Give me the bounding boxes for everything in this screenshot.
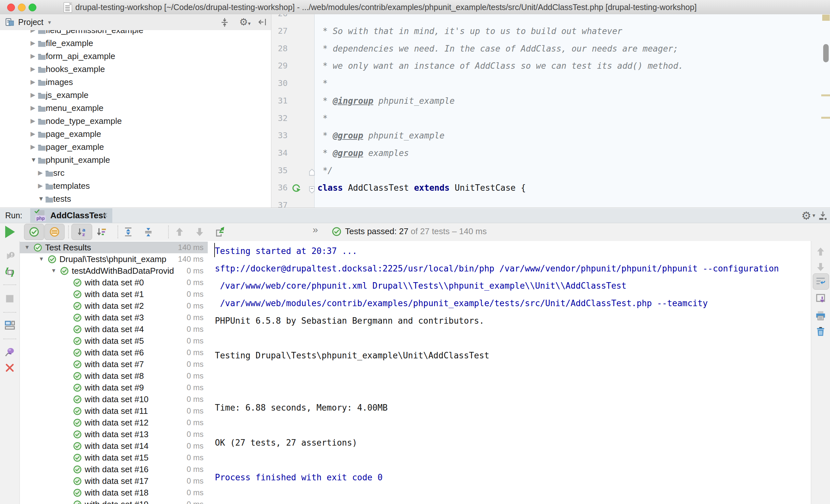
editor-scrollbar[interactable] <box>823 44 829 62</box>
scroll-down-icon[interactable] <box>815 261 826 272</box>
project-tree-item[interactable]: ▶form_api_example <box>0 49 271 63</box>
collapse-all-icon[interactable] <box>143 226 154 237</box>
project-panel-caret-icon[interactable]: ▾ <box>48 19 51 26</box>
show-ignored-toggle[interactable] <box>44 224 65 240</box>
warning-stripe-mark[interactable] <box>821 94 830 96</box>
expanded-arrow-icon[interactable]: ▼ <box>51 265 57 277</box>
test-tree-row[interactable]: with data set #30 ms <box>20 312 208 323</box>
project-tree-item[interactable]: ▶pager_example <box>0 140 271 154</box>
editor-line[interactable]: 34 * @group examples <box>272 144 830 162</box>
test-tree-row[interactable]: with data set #80 ms <box>20 370 208 382</box>
editor-line[interactable]: 33 * @group phpunit_example <box>272 127 830 144</box>
warning-stripe-mark[interactable] <box>821 117 830 119</box>
expand-all-icon[interactable] <box>123 226 134 237</box>
collapsed-arrow-icon[interactable]: ▶ <box>38 166 43 179</box>
scroll-to-end-icon[interactable] <box>815 293 826 304</box>
rerun-failed-tests-icon[interactable] <box>4 251 15 262</box>
project-panel-title[interactable]: Project <box>18 18 43 27</box>
project-tree-item[interactable]: ▶menu_example <box>0 102 271 114</box>
project-tree-item[interactable]: ▶field_permission_example <box>0 30 271 37</box>
test-tree-row[interactable]: with data set #00 ms <box>20 277 208 288</box>
fold-marker-icon[interactable] <box>308 183 316 192</box>
dock-panel-icon[interactable] <box>817 210 828 221</box>
project-tree-item[interactable]: ▼tests <box>0 192 271 205</box>
test-tree-row[interactable]: with data set #10 ms <box>20 288 208 300</box>
collapsed-arrow-icon[interactable]: ▶ <box>31 30 35 37</box>
collapsed-arrow-icon[interactable]: ▶ <box>31 75 35 89</box>
test-tree-row[interactable]: with data set #160 ms <box>20 464 208 475</box>
editor-line[interactable]: 26 <box>272 14 830 22</box>
project-tree-item[interactable]: ▼phpunit_example <box>0 154 271 166</box>
test-tree-row[interactable]: with data set #70 ms <box>20 358 208 370</box>
collapsed-arrow-icon[interactable]: ▶ <box>31 37 35 49</box>
test-tree-row[interactable]: with data set #90 ms <box>20 382 208 394</box>
collapsed-arrow-icon[interactable]: ▶ <box>31 128 35 140</box>
test-tree-row[interactable]: with data set #170 ms <box>20 475 208 487</box>
stop-icon[interactable] <box>4 293 15 304</box>
run-tab-addclasstest[interactable]: php AddClassTest × <box>30 208 112 223</box>
expanded-arrow-icon[interactable]: ▼ <box>39 253 44 265</box>
code-editor[interactable]: 2627 * So with that in mind, it's up to … <box>272 14 830 208</box>
collapse-all-icon[interactable] <box>219 17 230 28</box>
collapsed-arrow-icon[interactable]: ▶ <box>38 179 43 192</box>
editor-line[interactable]: 37 <box>272 197 830 208</box>
project-tree-item[interactable]: ▶file_example <box>0 37 271 49</box>
console-layout-icon[interactable] <box>4 320 15 331</box>
import-test-results-icon[interactable] <box>214 226 225 237</box>
next-failed-test-icon[interactable] <box>194 226 205 237</box>
collapsed-arrow-icon[interactable]: ▶ <box>31 140 35 154</box>
rerun-icon[interactable] <box>4 267 15 278</box>
run-console[interactable]: Testing started at 20:37 ...sftp://docke… <box>208 241 811 504</box>
project-tree-item[interactable]: ▶page_example <box>0 128 271 140</box>
soft-wrap-toggle[interactable] <box>813 273 829 290</box>
zoom-window-button[interactable] <box>29 4 36 11</box>
show-passed-toggle[interactable] <box>24 224 44 240</box>
test-tree-row[interactable]: with data set #100 ms <box>20 394 208 405</box>
project-tree-item[interactable]: ▶src <box>0 166 271 179</box>
project-tree-item[interactable]: ▶js_example <box>0 89 271 102</box>
test-tree-row[interactable]: with data set #120 ms <box>20 417 208 429</box>
minimize-window-button[interactable] <box>18 4 26 11</box>
expanded-arrow-icon[interactable]: ▼ <box>31 154 37 166</box>
pin-tab-icon[interactable] <box>4 346 15 358</box>
expanded-arrow-icon[interactable]: ▼ <box>38 192 44 205</box>
rerun-tests-button[interactable] <box>5 226 15 238</box>
close-panel-icon[interactable] <box>4 362 15 373</box>
editor-line[interactable]: 27 * So with that in mind, it's up to us… <box>272 22 830 40</box>
editor-line[interactable]: 28 * dependencies we need. In the case o… <box>272 40 830 58</box>
run-settings-gear-icon[interactable]: ⚙ <box>799 209 813 223</box>
project-tree-item[interactable]: ▶hooks_example <box>0 63 271 75</box>
test-tree-row[interactable]: with data set #140 ms <box>20 440 208 452</box>
editor-line[interactable]: 29 * we only want an instance of AddClas… <box>272 57 830 75</box>
collapsed-arrow-icon[interactable]: ▶ <box>31 63 35 75</box>
close-tab-icon[interactable]: × <box>102 209 108 221</box>
editor-line[interactable]: 36class AddClassTest extends UnitTestCas… <box>272 179 830 197</box>
project-tree-item[interactable]: ▶node_type_example <box>0 114 271 128</box>
clear-console-trash-icon[interactable] <box>815 326 826 337</box>
test-tree-row[interactable]: with data set #130 ms <box>20 429 208 440</box>
more-actions-chevrons[interactable]: » <box>313 224 318 235</box>
run-test-gutter-icon[interactable] <box>291 183 301 193</box>
sort-alphabetically-toggle[interactable]: az <box>71 224 92 240</box>
test-tree-row[interactable]: with data set #180 ms <box>20 487 208 499</box>
scroll-up-icon[interactable] <box>815 246 826 257</box>
test-tree-row[interactable]: ▼Drupal\Tests\phpunit_examp140 ms <box>20 253 208 265</box>
editor-line[interactable]: 31 * @ingroup phpunit_example <box>272 92 830 110</box>
inspection-status-box[interactable] <box>822 14 830 21</box>
test-tree-row[interactable]: with data set #150 ms <box>20 452 208 464</box>
previous-failed-test-icon[interactable] <box>174 226 185 237</box>
test-tree-row[interactable]: with data set #50 ms <box>20 335 208 347</box>
test-tree-row[interactable]: ▼Test Results140 ms <box>20 242 208 253</box>
project-settings-gear-icon[interactable]: ⚙▾ <box>239 16 252 29</box>
close-window-button[interactable] <box>7 4 15 11</box>
test-tree-row[interactable]: with data set #40 ms <box>20 323 208 335</box>
expanded-arrow-icon[interactable]: ▼ <box>24 242 30 253</box>
test-tree-row[interactable]: with data set #190 ms <box>20 499 208 504</box>
sort-by-duration-icon[interactable] <box>96 226 107 237</box>
test-tree-row[interactable]: ▼testAddWithBadDataProvid0 ms <box>20 265 208 277</box>
collapsed-arrow-icon[interactable]: ▶ <box>31 49 35 63</box>
fold-marker-icon[interactable] <box>308 166 316 175</box>
test-tree-row[interactable]: with data set #60 ms <box>20 347 208 358</box>
test-tree-row[interactable]: with data set #110 ms <box>20 405 208 417</box>
collapsed-arrow-icon[interactable]: ▶ <box>31 114 35 128</box>
